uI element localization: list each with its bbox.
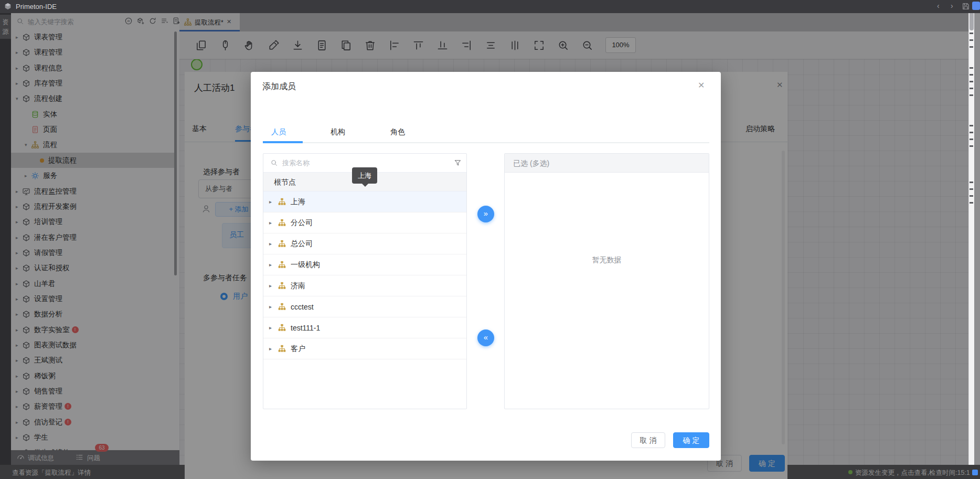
corner-logo-icon: [972, 470, 978, 475]
right-tab-glyph: [970, 125, 973, 126]
chevron-right-icon[interactable]: ▸: [269, 304, 278, 310]
org-icon: [278, 239, 286, 248]
right-tab-glyph: [970, 188, 973, 190]
chevron-right-icon[interactable]: ▸: [269, 262, 278, 268]
right-tab-glyph: [970, 195, 973, 197]
org-tree-row[interactable]: ▸ccctest: [263, 296, 466, 317]
org-tree-row[interactable]: ▸一级机构: [263, 254, 466, 275]
chevron-right-icon[interactable]: ▸: [269, 199, 278, 205]
right-tab-glyph: [970, 46, 973, 48]
right-scrollbar-thumb[interactable]: [970, 12, 974, 30]
empty-data-text: 暂无数据: [504, 256, 709, 265]
right-tab-glyph: [970, 88, 973, 89]
candidate-panel: 搜索名称 根节点 ▸上海▸分公司▸总公司▸一级机构▸济南▸ccctest▸tes…: [263, 153, 467, 409]
org-icon: [278, 218, 286, 227]
search-icon: [270, 159, 278, 167]
org-icon: [278, 281, 286, 290]
nav-back-icon[interactable]: ‹: [937, 2, 940, 10]
org-icon: [278, 197, 286, 206]
org-tree-label: 一级机构: [291, 260, 320, 270]
filter-icon[interactable]: [454, 159, 462, 167]
app-logo-icon: [4, 2, 12, 10]
right-tab-strip[interactable]: [968, 10, 974, 465]
modal-tab[interactable]: 人员: [271, 127, 286, 137]
org-tree-row[interactable]: ▸客户: [263, 338, 466, 359]
chevron-right-icon[interactable]: ▸: [269, 325, 278, 331]
org-tree-label: 客户: [291, 344, 305, 354]
right-tab-glyph: [970, 39, 973, 41]
right-tab-glyph: [970, 94, 973, 96]
org-tree-label: 总公司: [291, 239, 313, 249]
nav-forward-icon[interactable]: ›: [951, 2, 953, 10]
selected-header: 已选 (多选): [505, 154, 709, 173]
right-tab-glyph: [970, 81, 973, 82]
scroll-top-pill[interactable]: [972, 2, 980, 10]
org-tree-label: 上海: [291, 197, 305, 207]
chevron-right-icon[interactable]: ▸: [269, 283, 278, 289]
org-tree-row[interactable]: ▸上海: [263, 191, 466, 212]
org-icon: [278, 260, 286, 269]
right-tab-glyph: [970, 139, 973, 140]
chevron-right-icon[interactable]: ▸: [269, 346, 278, 352]
org-tree-label: 分公司: [291, 218, 313, 228]
add-member-modal: 添加成员 ✕ 人员机构角色 搜索名称 根节点 ▸上海▸分公司▸总公司▸一级机构▸…: [251, 72, 721, 461]
member-search-placeholder: 搜索名称: [282, 158, 310, 168]
right-panel-strip: [968, 10, 980, 465]
org-tree-row[interactable]: ▸分公司: [263, 212, 466, 233]
selected-panel: 已选 (多选): [504, 153, 709, 409]
active-tab-underline: [263, 141, 303, 143]
chevron-right-icon[interactable]: ▸: [269, 241, 278, 247]
modal-tab[interactable]: 机构: [331, 127, 345, 137]
right-tab-glyph: [970, 145, 973, 147]
modal-title: 添加成员: [262, 81, 296, 92]
chevron-right-icon[interactable]: ▸: [269, 220, 278, 226]
org-icon: [278, 344, 286, 353]
org-icon: [278, 302, 286, 311]
move-right-button[interactable]: »: [477, 206, 494, 222]
org-tree-label: 济南: [291, 281, 305, 291]
modal-mask-bottom: [0, 465, 980, 479]
org-tree-label: ccctest: [291, 303, 314, 311]
right-tab-glyph: [970, 182, 973, 183]
right-tab-glyph: [970, 202, 973, 204]
titlebar: Primeton-IDE ‹ ›: [0, 0, 980, 13]
tree-node-tooltip: 上海: [352, 167, 377, 184]
modal-ok-button[interactable]: 确 定: [673, 432, 709, 448]
modal-close-icon[interactable]: ✕: [698, 80, 705, 90]
org-tree-row[interactable]: ▸test111-1: [263, 317, 466, 338]
modal-tab[interactable]: 角色: [390, 127, 405, 137]
org-tree-row[interactable]: ▸总公司: [263, 233, 466, 254]
right-tab-glyph: [970, 132, 973, 133]
modal-cancel-button[interactable]: 取 消: [631, 432, 665, 448]
right-tab-glyph: [970, 74, 973, 76]
right-tab-glyph: [970, 33, 973, 34]
save-icon[interactable]: [962, 2, 970, 10]
org-tree-label: test111-1: [291, 324, 320, 332]
app-title: Primeton-IDE: [16, 3, 57, 10]
org-icon: [278, 323, 286, 332]
move-left-button[interactable]: «: [477, 329, 494, 346]
right-tab-glyph: [970, 67, 973, 69]
org-tree-row[interactable]: ▸济南: [263, 275, 466, 296]
